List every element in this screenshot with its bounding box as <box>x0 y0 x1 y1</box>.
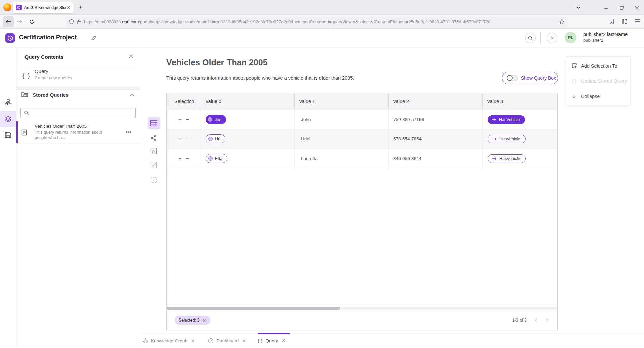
page-title: Vehicles Older Than 2005 <box>166 58 268 67</box>
forward-button[interactable] <box>15 18 23 26</box>
pocket-save-icon[interactable] <box>608 17 616 25</box>
tab-dashboard[interactable]: Dashboard <box>208 333 247 348</box>
table-view-icon <box>150 120 157 126</box>
tracking-shield-icon[interactable] <box>69 19 74 24</box>
url-bar[interactable]: https://dev0028833.esri.com/portal/apps/… <box>66 16 568 27</box>
list-tabs-chevron-icon[interactable] <box>575 4 582 11</box>
stored-query-title: Vehicles Older Than 2005 <box>35 124 87 129</box>
data-model-tree-icon[interactable] <box>5 99 12 106</box>
column-header-value3[interactable]: Value 3 <box>483 93 557 110</box>
left-icon-rail <box>0 47 16 348</box>
browser-tabstrip: ArcGIS Knowledge Studio + <box>0 0 644 15</box>
table-row[interactable]: + − Etta Lauretta 846-956-8644 HasVehicl… <box>167 149 557 168</box>
relationship-pill[interactable]: HasVehicle <box>488 154 526 163</box>
table-row[interactable]: + − Joe John 759-889-57168 HasVehicle <box>167 110 557 129</box>
arrow-right-icon <box>492 118 496 121</box>
user-avatar[interactable]: PL <box>565 32 576 43</box>
remove-selection-button[interactable]: − <box>184 155 191 162</box>
tab-close-icon[interactable] <box>281 338 286 344</box>
table-row[interactable]: + − Uri Uriel 578-654-7854 HasVehicle <box>167 129 557 149</box>
add-selection-button[interactable]: + <box>176 155 184 162</box>
project-title: Certification Project <box>19 34 77 41</box>
new-tab-button[interactable]: + <box>77 3 85 11</box>
tab-close-icon[interactable] <box>241 338 247 344</box>
column-header-selection[interactable]: Selection <box>167 93 201 110</box>
clear-selection-icon[interactable] <box>202 317 207 323</box>
horizontal-scrollbar[interactable] <box>167 307 557 310</box>
cell-value: 578-654-7854 <box>393 136 422 141</box>
relationship-pill[interactable]: HasVehicle <box>488 115 525 124</box>
reload-button[interactable] <box>28 18 36 26</box>
selected-count-label: Selected: 3 <box>179 318 200 323</box>
tab-query[interactable]: Query <box>258 333 286 348</box>
entity-pill[interactable]: Etta <box>206 154 227 163</box>
help-button[interactable]: ? <box>547 33 557 43</box>
window-maximize-button[interactable] <box>618 4 625 11</box>
scrollbar-thumb[interactable] <box>167 307 340 310</box>
add-selection-button[interactable]: + <box>176 116 184 123</box>
link-chart-icon[interactable] <box>150 135 157 141</box>
stored-queries-collapse-chevron-icon[interactable] <box>130 93 135 96</box>
stored-queries-header[interactable]: Stored Queries <box>33 92 69 98</box>
remove-selection-button[interactable]: − <box>184 135 191 143</box>
update-stored-query-icon <box>571 78 577 84</box>
relationship-pill[interactable]: HasVehicle <box>488 135 526 143</box>
next-page-button[interactable] <box>543 316 551 324</box>
edit-project-title-icon[interactable] <box>91 35 97 41</box>
selected-count-chip[interactable]: Selected: 3 <box>175 316 210 325</box>
back-button[interactable] <box>3 16 14 27</box>
cell-value: Lauretta <box>301 156 318 161</box>
query-item-label[interactable]: Query <box>35 68 48 74</box>
tool-strip-divider <box>149 158 158 158</box>
entity-pill[interactable]: Uri <box>206 134 225 143</box>
browser-tab[interactable]: ArcGIS Knowledge Studio <box>13 2 74 13</box>
stored-query-doc-icon <box>21 129 27 136</box>
map-view-icon[interactable] <box>150 148 157 154</box>
extensions-icon[interactable] <box>621 17 629 25</box>
column-header-value1[interactable]: Value 1 <box>295 93 389 110</box>
table-body-divider <box>167 305 557 305</box>
menu-item-collapse[interactable]: Collapse <box>566 89 630 104</box>
add-selection-button[interactable]: + <box>176 135 184 143</box>
column-header-value2[interactable]: Value 2 <box>389 93 483 110</box>
stored-query-list-item[interactable]: Vehicles Older Than 2005 This query retu… <box>16 121 140 143</box>
selected-item-indicator <box>16 121 18 143</box>
stored-query-options-icon[interactable] <box>126 129 133 135</box>
table-view-selected-highlight[interactable] <box>148 117 160 129</box>
toggle-knob <box>507 75 513 81</box>
add-to-link-chart-icon[interactable] <box>150 162 157 168</box>
lock-icon[interactable] <box>77 19 81 24</box>
search-button[interactable] <box>525 33 536 43</box>
tab-close-icon[interactable] <box>66 5 71 10</box>
user-role: publisher2 <box>583 38 603 43</box>
url-text[interactable]: https://dev0028833.esri.com/portal/apps/… <box>84 19 559 24</box>
knowledge-graph-icon <box>143 338 148 344</box>
entity-dot-icon <box>208 137 213 141</box>
firefox-logo-icon[interactable] <box>3 3 11 11</box>
cell-value: John <box>301 117 311 122</box>
column-header-value0[interactable]: Value 0 <box>201 93 295 110</box>
layers-icon[interactable] <box>5 116 12 123</box>
tab-knowledge-graph[interactable]: Knowledge Graph <box>143 333 195 348</box>
stored-query-desc-line2: people who ha... <box>35 135 65 140</box>
bookmark-star-icon[interactable] <box>559 19 564 24</box>
selection-box-icon[interactable] <box>150 177 157 183</box>
stored-queries-search-input[interactable] <box>20 108 136 118</box>
tab-close-icon[interactable] <box>190 338 195 344</box>
panel-close-icon[interactable] <box>129 54 135 60</box>
query-braces-icon <box>258 338 263 343</box>
window-close-button[interactable] <box>633 4 641 11</box>
add-selection-to-icon <box>571 63 577 69</box>
window-minimize-button[interactable] <box>602 4 610 11</box>
menu-item-update-stored-query[interactable]: Update Stored Query <box>566 73 630 89</box>
url-domain: esri.com <box>122 19 139 24</box>
save-icon[interactable] <box>5 132 12 139</box>
hamburger-menu-icon[interactable] <box>633 17 641 25</box>
entity-pill[interactable]: Joe <box>206 115 226 124</box>
previous-page-button[interactable] <box>532 316 540 324</box>
cell-value: Uriel <box>301 136 310 141</box>
menu-item-add-selection-to[interactable]: Add Selection To <box>566 58 630 73</box>
remove-selection-button[interactable]: − <box>184 116 191 123</box>
toggle-track[interactable] <box>507 75 518 81</box>
show-query-box-toggle[interactable]: Show Query Box <box>502 72 558 84</box>
